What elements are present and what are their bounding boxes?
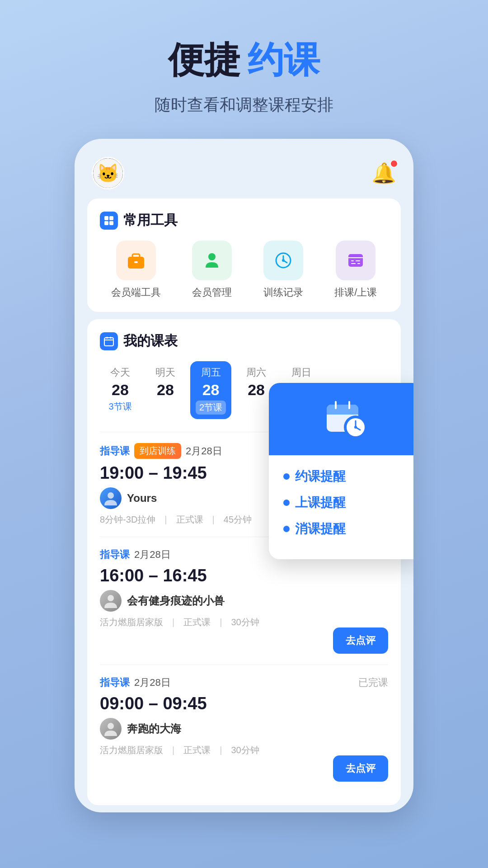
svg-rect-1 [109,216,113,220]
header-subtitle: 随时查看和调整课程安排 [155,94,333,116]
class-meta-2: 活力燃脂居家版 | 正式课 | 30分钟 [100,616,388,628]
svg-rect-3 [109,221,113,225]
class-type-3: 正式课 [183,744,211,756]
svg-rect-2 [104,221,108,225]
tool-icon-schedule-class [336,241,375,280]
popup-header [269,383,413,455]
tool-label-member-tool: 会员端工具 [111,286,161,299]
grid-icon [103,215,114,226]
header-section: 便捷 约课 随时查看和调整课程安排 [155,36,333,116]
svg-rect-6 [134,261,138,263]
tag-guide-2: 指导课 [100,548,130,561]
tool-item-member-manage[interactable]: 会员管理 [192,241,232,299]
class-time-3: 09:00 – 09:45 [100,694,388,713]
class-warmup-2: 活力燃脂居家版 [100,616,163,628]
class-type-1: 正式课 [176,514,203,526]
class-duration-3: 30分钟 [231,744,259,756]
popup-item-3: 消课提醒 [283,520,408,538]
separator-1a: | [164,514,167,526]
svg-rect-18 [104,338,113,346]
tools-section-title: 常用工具 [123,211,178,230]
svg-point-24 [108,723,114,729]
tool-icon-member-tool [116,241,156,280]
class-tags-3: 指导课 2月28日 [100,676,388,689]
day-tab-tomorrow[interactable]: 明天 28 [145,361,186,419]
popup-text-1: 约课提醒 [295,468,346,485]
separator-1b: | [212,514,215,526]
day-name-saturday: 周六 [246,366,266,379]
review-button-3[interactable]: 去点评 [333,755,388,782]
separator-3b: | [220,744,222,756]
tag-guide-3: 指导课 [100,676,130,689]
trainer-name-1: Yours [127,492,157,505]
popup-text-2: 上课提醒 [295,494,346,511]
svg-point-11 [282,259,285,262]
tool-item-training-record[interactable]: 训练记录 [263,241,303,299]
trainer-name-3: 奔跑的大海 [127,722,181,736]
separator-3a: | [172,744,174,756]
trainer-row-3: 奔跑的大海 [100,718,388,740]
briefcase-icon [126,250,146,270]
svg-point-34 [354,426,357,429]
separator-2b: | [220,616,222,628]
header-title-black: 便捷 [168,36,240,85]
schedule-section-icon [100,332,118,350]
svg-rect-17 [357,263,360,264]
tag-guide-1: 指导课 [100,444,130,458]
day-lessons-today: 3节课 [108,401,131,413]
svg-rect-0 [104,216,108,220]
tool-item-schedule-class[interactable]: 排课/上课 [334,241,377,299]
svg-rect-14 [351,260,354,261]
class-warmup-3: 活力燃脂居家版 [100,744,163,756]
person-icon [202,250,222,270]
tool-item-member-tool[interactable]: 会员端工具 [111,241,161,299]
tool-grid: 会员端工具 会员管理 [100,241,388,299]
review-button-2[interactable]: 去点评 [333,627,388,654]
class-warmup-1: 8分钟-3D拉伸 [100,514,155,526]
class-time-2: 16:00 – 16:45 [100,566,388,585]
trainer-person-icon-2 [103,593,119,609]
popup-dot-2 [283,500,290,506]
tool-label-member-manage: 会员管理 [192,286,232,299]
popup-dot-1 [283,473,290,480]
popup-calendar-clock-icon [323,396,368,442]
class-type-2: 正式课 [183,616,211,628]
trainer-avatar-3 [100,718,122,740]
day-name-friday: 周五 [201,366,221,379]
popup-text-3: 消课提醒 [295,520,346,538]
class-date-3: 2月28日 [134,676,171,689]
header-title: 便捷 约课 [155,36,333,85]
phone-mockup: 🐱 🔔 常用工具 [75,139,413,812]
schedule-icon [103,336,114,347]
svg-rect-15 [351,263,356,264]
avatar-image: 🐱 [93,158,123,188]
schedule-section-title: 我的课表 [123,332,178,350]
phone-topbar: 🐱 🔔 [87,152,401,198]
class-duration-2: 30分钟 [231,616,259,628]
trainer-avatar-1 [100,487,122,509]
class-date-2: 2月28日 [134,548,171,561]
popup-item-1: 约课提醒 [283,468,408,485]
day-name-tomorrow: 明天 [155,366,175,379]
svg-rect-27 [327,410,358,415]
svg-point-7 [208,253,216,260]
day-tab-friday[interactable]: 周五 28 2节课 [190,361,231,419]
tools-section-icon [100,212,118,230]
class-date-1: 2月28日 [186,444,222,458]
clock-icon [273,250,293,270]
class-card-3: 已完课 指导课 2月28日 09:00 – 09:45 奔跑的大海 [100,665,388,793]
notification-bell[interactable]: 🔔 [371,161,396,185]
schedule-section-header: 我的课表 [100,332,388,350]
popup-item-2: 上课提醒 [283,494,408,511]
calendar-list-icon [346,250,366,270]
svg-point-23 [108,595,114,601]
day-lessons-friday: 2节课 [196,401,226,415]
svg-rect-16 [356,260,360,261]
trainer-name-2: 会有健身痕迹的小兽 [127,594,225,608]
day-tab-today[interactable]: 今天 28 3节课 [100,361,141,419]
tools-section: 常用工具 会员端工具 [87,198,401,312]
tool-icon-training-record [263,241,303,280]
notification-badge [390,160,398,168]
popup-body: 约课提醒 上课提醒 消课提醒 [269,455,413,559]
separator-2a: | [172,616,174,628]
